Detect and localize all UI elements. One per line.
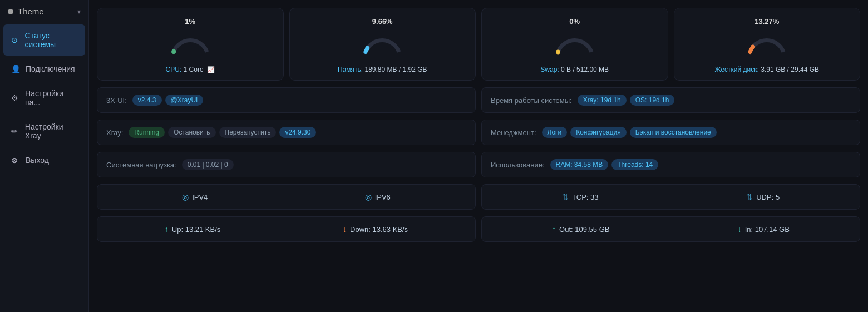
info-row-4: ◎ IPV4 ◎ IPV6 ⇅ TCP: 33 ⇅ UDP: 5 <box>97 184 860 210</box>
3xui-badges: v2.4.3 @XrayUI <box>132 95 204 106</box>
svg-point-3 <box>751 45 755 49</box>
disk-gauge-card: 13.27% Жесткий диск: 3.91 GB / 29.44 GB <box>674 8 861 81</box>
out-item: ↑ Out: 109.55 GB <box>552 225 609 234</box>
svg-point-1 <box>366 46 370 51</box>
sidebar: Theme ▾ ⊙ Статус системы 👤 Подключения ⚙… <box>0 0 89 312</box>
xray-status-card: Xray: Running Остановить Перезапустить v… <box>97 120 476 145</box>
uptime-badges: Xray: 19d 1h OS: 19d 1h <box>578 95 675 106</box>
ipv4-label: IPV4 <box>192 193 208 201</box>
xray-uptime-badge: Xray: 19d 1h <box>578 95 627 106</box>
upload-icon: ↑ <box>165 225 169 234</box>
xray-version-badge: v24.9.30 <box>279 127 316 138</box>
cpu-chart-icon: 📈 <box>207 66 215 73</box>
sidebar-item-label: Настройки па... <box>25 89 77 107</box>
logout-icon: ⊗ <box>11 156 20 165</box>
usage-label: Использование: <box>491 161 545 169</box>
ip-card: ◎ IPV4 ◎ IPV6 <box>97 184 476 210</box>
cpu-value: 1% <box>185 17 195 26</box>
svg-point-2 <box>556 50 560 55</box>
sidebar-item-label: Выход <box>26 156 49 165</box>
info-row-3: Системная нагрузка: 0.01 | 0.02 | 0 Испо… <box>97 152 860 177</box>
cpu-gauge <box>165 29 215 62</box>
xray-running-badge: Running <box>129 127 165 138</box>
memory-value: 9.66% <box>372 17 393 26</box>
out-icon: ↑ <box>552 225 556 234</box>
cpu-label: CPU: 1 Core 📈 <box>166 66 215 73</box>
xray-badges: Running Остановить Перезапустить v24.9.3… <box>129 127 316 138</box>
management-label: Менеджмент: <box>491 128 536 137</box>
sidebar-item-label: Настройки Xray <box>25 122 77 140</box>
cpu-gauge-card: 1% CPU: 1 Core 📈 <box>97 8 284 81</box>
load-badges: 0.01 | 0.02 | 0 <box>182 159 234 170</box>
udp-item: ⇅ UDP: 5 <box>746 192 780 201</box>
3xui-card: 3X-UI: v2.4.3 @XrayUI <box>97 87 476 113</box>
uptime-label: Время работы системы: <box>491 96 572 105</box>
download-item: ↓ Down: 13.63 KB/s <box>343 225 408 234</box>
chevron-down-icon: ▾ <box>77 8 81 16</box>
tcp-label: TCP: 33 <box>572 193 599 201</box>
load-label: Системная нагрузка: <box>106 161 176 169</box>
info-row-2: Xray: Running Остановить Перезапустить v… <box>97 120 860 145</box>
upload-item: ↑ Up: 13.21 KB/s <box>165 225 220 234</box>
out-label: Out: 109.55 GB <box>559 225 609 234</box>
usage-badges: RAM: 34.58 MB Threads: 14 <box>550 159 659 170</box>
sidebar-item-system-status[interactable]: ⊙ Статус системы <box>3 24 85 56</box>
gauges-row: 1% CPU: 1 Core 📈 9.66% Память: 189 <box>97 8 860 81</box>
ipv6-label: IPV6 <box>375 193 391 201</box>
disk-gauge <box>742 29 792 62</box>
theme-dot-icon <box>8 9 13 14</box>
connections-icon: 👤 <box>11 65 20 73</box>
uptime-card: Время работы системы: Xray: 19d 1h OS: 1… <box>481 87 860 113</box>
swap-label: Swap: 0 B / 512.00 MB <box>540 66 609 73</box>
download-label: Down: 13.63 KB/s <box>350 225 408 234</box>
info-row-5: ↑ Up: 13.21 KB/s ↓ Down: 13.63 KB/s ↑ Ou… <box>97 216 860 242</box>
xray-restart-button[interactable]: Перезапустить <box>219 127 277 138</box>
swap-gauge <box>550 29 600 62</box>
ram-usage-badge: RAM: 34.58 MB <box>550 159 609 170</box>
memory-gauge <box>357 29 407 62</box>
sidebar-item-label: Подключения <box>26 65 75 73</box>
in-item: ↓ In: 107.14 GB <box>738 225 790 234</box>
upload-label: Up: 13.21 KB/s <box>172 225 220 234</box>
theme-selector[interactable]: Theme ▾ <box>0 0 88 23</box>
tcp-udp-card: ⇅ TCP: 33 ⇅ UDP: 5 <box>481 184 860 210</box>
monitor-icon: ⊙ <box>11 36 19 44</box>
disk-label: Жесткий диск: 3.91 GB / 29.44 GB <box>715 66 819 73</box>
xray-label: Xray: <box>106 128 123 137</box>
swap-gauge-card: 0% Swap: 0 B / 512.00 MB <box>481 8 668 81</box>
sidebar-item-panel-settings[interactable]: ⚙ Настройки па... <box>3 82 85 113</box>
sidebar-item-xray-settings[interactable]: ✏ Настройки Xray <box>3 116 85 147</box>
theme-label: Theme <box>18 7 44 16</box>
gear-icon: ⚙ <box>11 93 19 102</box>
threads-badge: Threads: 14 <box>611 159 658 170</box>
xray-stop-button[interactable]: Остановить <box>168 127 216 138</box>
sidebar-item-label: Статус системы <box>25 31 77 49</box>
sidebar-item-connections[interactable]: 👤 Подключения <box>3 58 85 80</box>
load-card: Системная нагрузка: 0.01 | 0.02 | 0 <box>97 152 476 177</box>
ipv4-item: ◎ IPV4 <box>182 192 208 201</box>
xray-icon: ✏ <box>11 127 19 136</box>
sidebar-item-logout[interactable]: ⊗ Выход <box>3 149 85 171</box>
os-uptime-badge: OS: 19d 1h <box>630 95 675 106</box>
ipv6-item: ◎ IPV6 <box>365 192 391 201</box>
disk-value: 13.27% <box>754 17 779 26</box>
management-badges: Логи Конфигурация Бэкап и восстановление <box>542 127 717 138</box>
3xui-label: 3X-UI: <box>106 96 127 105</box>
usage-card: Использование: RAM: 34.58 MB Threads: 14 <box>481 152 860 177</box>
main-content: 1% CPU: 1 Core 📈 9.66% Память: 189 <box>89 0 868 312</box>
ipv6-icon: ◎ <box>365 192 372 201</box>
logs-button[interactable]: Логи <box>542 127 568 138</box>
swap-value: 0% <box>569 17 580 26</box>
ipv4-icon: ◎ <box>182 192 189 201</box>
traffic-card: ↑ Out: 109.55 GB ↓ In: 107.14 GB <box>481 216 860 242</box>
udp-label: UDP: 5 <box>756 193 780 201</box>
memory-gauge-card: 9.66% Память: 189.80 MB / 1.92 GB <box>289 8 476 81</box>
backup-button[interactable]: Бэкап и восстановление <box>630 127 717 138</box>
3xui-channel-badge[interactable]: @XrayUI <box>165 95 204 106</box>
in-icon: ↓ <box>738 225 742 234</box>
3xui-version-badge[interactable]: v2.4.3 <box>132 95 162 106</box>
config-button[interactable]: Конфигурация <box>570 127 627 138</box>
udp-icon: ⇅ <box>746 192 753 201</box>
svg-point-0 <box>171 49 176 54</box>
download-icon: ↓ <box>343 225 347 234</box>
